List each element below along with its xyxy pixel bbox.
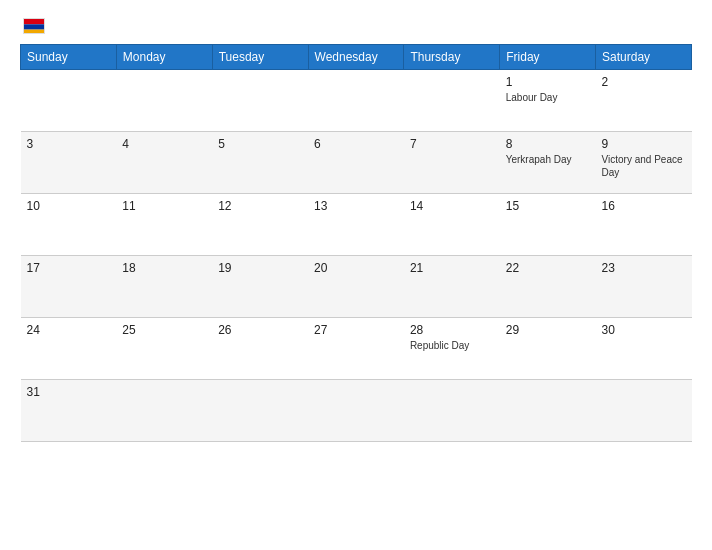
day-number: 21 (410, 261, 494, 275)
day-number: 2 (602, 75, 686, 89)
weekday-header-row: SundayMondayTuesdayWednesdayThursdayFrid… (21, 45, 692, 70)
calendar-cell: 27 (308, 318, 404, 380)
calendar-cell: 19 (212, 256, 308, 318)
calendar-row: 1Labour Day2 (21, 70, 692, 132)
calendar-cell: 3 (21, 132, 117, 194)
calendar-cell: 8Yerkrapah Day (500, 132, 596, 194)
calendar-cell: 17 (21, 256, 117, 318)
day-event: Yerkrapah Day (506, 153, 590, 166)
calendar-cell: 24 (21, 318, 117, 380)
day-number: 30 (602, 323, 686, 337)
calendar-row: 17181920212223 (21, 256, 692, 318)
weekday-monday: Monday (116, 45, 212, 70)
calendar-cell: 7 (404, 132, 500, 194)
weekday-tuesday: Tuesday (212, 45, 308, 70)
calendar-cell: 28Republic Day (404, 318, 500, 380)
calendar-cell (116, 70, 212, 132)
calendar-cell: 31 (21, 380, 117, 442)
armenia-flag-icon (23, 18, 45, 34)
day-number: 16 (602, 199, 686, 213)
weekday-saturday: Saturday (596, 45, 692, 70)
weekday-thursday: Thursday (404, 45, 500, 70)
day-number: 29 (506, 323, 590, 337)
day-number: 13 (314, 199, 398, 213)
day-number: 26 (218, 323, 302, 337)
calendar-cell (404, 70, 500, 132)
day-number: 25 (122, 323, 206, 337)
calendar-cell: 29 (500, 318, 596, 380)
calendar-cell (212, 70, 308, 132)
day-number: 6 (314, 137, 398, 151)
day-number: 1 (506, 75, 590, 89)
calendar-cell (500, 380, 596, 442)
calendar-cell: 14 (404, 194, 500, 256)
calendar-cell: 21 (404, 256, 500, 318)
weekday-wednesday: Wednesday (308, 45, 404, 70)
day-event: Victory and Peace Day (602, 153, 686, 179)
day-number: 3 (27, 137, 111, 151)
svg-rect-0 (24, 19, 45, 24)
day-number: 27 (314, 323, 398, 337)
day-number: 19 (218, 261, 302, 275)
calendar-cell: 20 (308, 256, 404, 318)
day-number: 20 (314, 261, 398, 275)
calendar-cell: 11 (116, 194, 212, 256)
calendar-cell: 15 (500, 194, 596, 256)
calendar-row: 31 (21, 380, 692, 442)
day-number: 10 (27, 199, 111, 213)
day-number: 15 (506, 199, 590, 213)
day-number: 8 (506, 137, 590, 151)
calendar-cell (308, 380, 404, 442)
svg-rect-2 (24, 30, 45, 34)
day-number: 28 (410, 323, 494, 337)
calendar-cell: 18 (116, 256, 212, 318)
day-number: 17 (27, 261, 111, 275)
calendar-cell (116, 380, 212, 442)
calendar-cell: 4 (116, 132, 212, 194)
calendar-table: SundayMondayTuesdayWednesdayThursdayFrid… (20, 44, 692, 442)
svg-rect-1 (24, 24, 45, 29)
day-number: 11 (122, 199, 206, 213)
calendar-cell: 10 (21, 194, 117, 256)
weekday-sunday: Sunday (21, 45, 117, 70)
day-number: 18 (122, 261, 206, 275)
calendar-cell (21, 70, 117, 132)
calendar-cell: 5 (212, 132, 308, 194)
calendar-cell (596, 380, 692, 442)
calendar-row: 345678Yerkrapah Day9Victory and Peace Da… (21, 132, 692, 194)
calendar-cell: 12 (212, 194, 308, 256)
calendar-cell (212, 380, 308, 442)
day-number: 31 (27, 385, 111, 399)
day-number: 9 (602, 137, 686, 151)
calendar-cell: 22 (500, 256, 596, 318)
day-number: 5 (218, 137, 302, 151)
header (20, 18, 692, 34)
calendar-cell: 30 (596, 318, 692, 380)
day-number: 7 (410, 137, 494, 151)
calendar-cell: 13 (308, 194, 404, 256)
calendar-row: 10111213141516 (21, 194, 692, 256)
calendar-row: 2425262728Republic Day2930 (21, 318, 692, 380)
day-number: 23 (602, 261, 686, 275)
day-number: 4 (122, 137, 206, 151)
calendar-cell (404, 380, 500, 442)
day-event: Labour Day (506, 91, 590, 104)
calendar-page: SundayMondayTuesdayWednesdayThursdayFrid… (0, 0, 712, 550)
calendar-cell: 6 (308, 132, 404, 194)
day-event: Republic Day (410, 339, 494, 352)
calendar-cell: 16 (596, 194, 692, 256)
calendar-cell: 26 (212, 318, 308, 380)
calendar-cell: 9Victory and Peace Day (596, 132, 692, 194)
calendar-cell: 2 (596, 70, 692, 132)
calendar-cell: 23 (596, 256, 692, 318)
calendar-cell (308, 70, 404, 132)
calendar-cell: 1Labour Day (500, 70, 596, 132)
weekday-friday: Friday (500, 45, 596, 70)
day-number: 14 (410, 199, 494, 213)
logo (20, 18, 45, 34)
day-number: 24 (27, 323, 111, 337)
day-number: 22 (506, 261, 590, 275)
calendar-cell: 25 (116, 318, 212, 380)
day-number: 12 (218, 199, 302, 213)
